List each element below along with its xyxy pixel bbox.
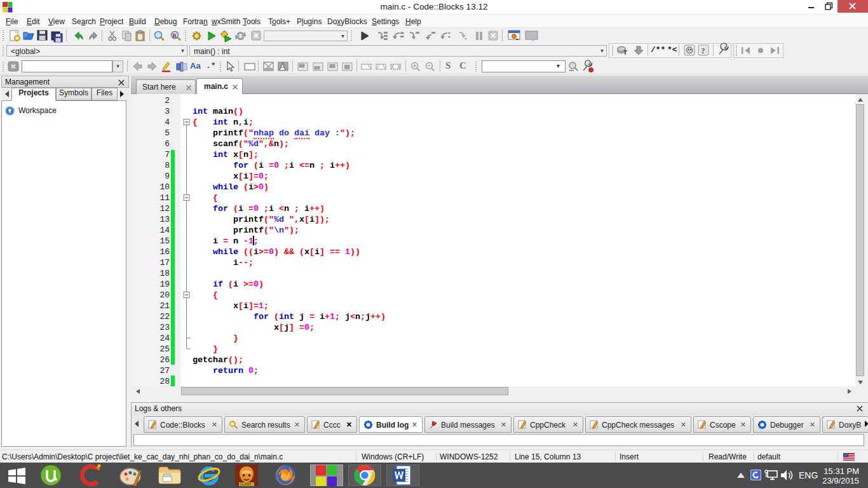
svg-text:CLASH: CLASH — [240, 482, 251, 486]
svg-text:R: R — [173, 32, 177, 39]
svg-text:?: ? — [702, 46, 705, 55]
